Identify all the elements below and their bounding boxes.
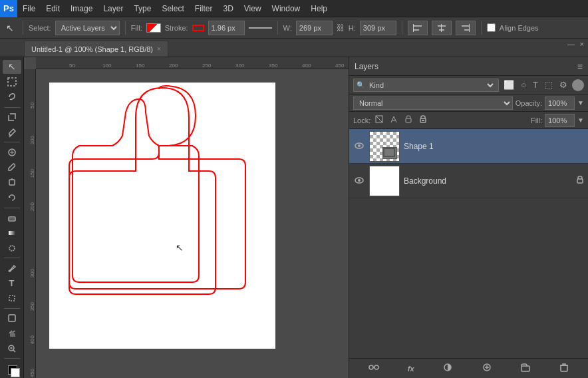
svg-rect-2: [413, 24, 414, 32]
menu-filter[interactable]: Filter: [190, 0, 218, 17]
svg-point-21: [8, 270, 10, 272]
blend-mode-select[interactable]: Normal Multiply Screen: [353, 96, 513, 110]
tool-type[interactable]: T: [3, 276, 21, 290]
layer-visibility-bg[interactable]: [353, 176, 365, 186]
width-input[interactable]: [296, 21, 333, 35]
ruler-vmark-200: 200: [29, 202, 35, 211]
layer-thumb-background: [369, 166, 400, 196]
tool-history-brush[interactable]: [3, 191, 21, 205]
stroke-preview[interactable]: [192, 25, 204, 31]
stroke-style-selector[interactable]: [249, 23, 272, 33]
canvas-area: 50 100 150 200 250 300 350 400 450 50 10…: [24, 57, 349, 378]
fill-input[interactable]: [545, 114, 575, 127]
horizontal-ruler: 50 100 150 200 250 300 350 400 450: [36, 57, 349, 69]
lock-transparent-btn[interactable]: [373, 114, 385, 126]
tool-heal[interactable]: [3, 145, 21, 159]
tool-marquee[interactable]: [3, 75, 21, 89]
filter-pixel-icon[interactable]: ⬜: [502, 80, 516, 90]
layers-mode-row: Normal Multiply Screen Opacity: ▼: [349, 94, 588, 112]
menu-layer[interactable]: Layer: [98, 0, 128, 17]
tool-hand[interactable]: [3, 327, 21, 341]
svg-rect-32: [422, 120, 424, 121]
layer-item-background[interactable]: Background: [349, 164, 588, 198]
opacity-arrow[interactable]: ▼: [577, 99, 584, 106]
new-adjustment-btn[interactable]: [479, 363, 495, 374]
svg-rect-37: [577, 179, 583, 183]
lock-position-btn[interactable]: [402, 114, 414, 126]
tool-select[interactable]: ↖: [3, 60, 21, 74]
h-label: H:: [349, 24, 356, 32]
tool-blur[interactable]: [3, 241, 21, 255]
tool-stamp[interactable]: [3, 176, 21, 190]
filter-input-wrap[interactable]: 🔍 Kind: [353, 79, 499, 92]
menu-view[interactable]: View: [239, 0, 267, 17]
menu-select[interactable]: Select: [156, 0, 189, 17]
menu-window[interactable]: Window: [267, 0, 306, 17]
canvas-content[interactable]: ↖: [36, 69, 349, 378]
panel-close-btn[interactable]: ×: [580, 40, 584, 48]
layers-header: Layers ≡: [349, 57, 588, 76]
tool-path-select[interactable]: [3, 291, 21, 305]
svg-point-34: [358, 144, 361, 147]
link-layers-btn[interactable]: [366, 363, 382, 374]
fill-label-layers: Fill:: [531, 116, 542, 124]
delete-layer-btn[interactable]: [557, 363, 571, 374]
lock-image-btn[interactable]: [388, 114, 400, 126]
layers-menu-icon[interactable]: ≡: [577, 61, 583, 72]
menu-type[interactable]: Type: [128, 0, 156, 17]
new-group-btn[interactable]: [517, 363, 533, 374]
layer-style-btn[interactable]: fx: [405, 365, 417, 373]
align-left-btn[interactable]: [408, 21, 428, 35]
stroke-width-input[interactable]: [208, 21, 245, 35]
tool-shape[interactable]: [3, 311, 21, 325]
layers-filter-row: 🔍 Kind ⬜ ○ T ⬚ ⚙: [349, 76, 588, 94]
layers-panel: — × Layers ≡ 🔍 Kind ⬜ ○ T ⬚ ⚙: [349, 57, 588, 378]
fill-arrow[interactable]: ▼: [577, 116, 584, 124]
tool-zoom[interactable]: [3, 341, 21, 355]
filter-type-icon[interactable]: T: [531, 80, 540, 90]
tab-close-btn[interactable]: ×: [157, 45, 161, 53]
select-dropdown[interactable]: Active Layers: [55, 21, 120, 35]
tab-title: Untitled-1 @ 100% (Shape 1, RGB/8): [31, 45, 153, 53]
menu-file[interactable]: File: [17, 0, 41, 17]
menu-edit[interactable]: Edit: [41, 0, 65, 17]
filter-search-icon: 🔍: [357, 81, 365, 89]
svg-rect-5: [441, 24, 442, 32]
menu-3d[interactable]: 3D: [218, 0, 238, 17]
ruler-vmark-100: 100: [29, 136, 35, 144]
lock-all-btn[interactable]: [417, 114, 429, 126]
tool-pen[interactable]: [3, 261, 21, 275]
height-input[interactable]: [360, 21, 396, 35]
align-right-btn[interactable]: [456, 21, 476, 35]
tool-gradient[interactable]: [3, 226, 21, 240]
filter-kind-select[interactable]: Kind: [367, 81, 496, 90]
layer-visibility-shape1[interactable]: [353, 141, 365, 152]
layer-item-shape1[interactable]: Shape 1: [349, 129, 588, 164]
tool-eyedropper[interactable]: [3, 125, 21, 139]
filter-toggle[interactable]: [572, 79, 584, 91]
menu-help[interactable]: Help: [305, 0, 333, 17]
tool-separator-2: [4, 142, 20, 142]
align-center-btn[interactable]: [432, 21, 452, 35]
link-dimensions[interactable]: ⛓: [337, 23, 345, 33]
svg-point-38: [369, 365, 373, 369]
color-picker[interactable]: [3, 361, 21, 375]
tool-eraser[interactable]: [3, 211, 21, 225]
tool-separator-1: [4, 107, 20, 108]
add-mask-btn[interactable]: [440, 363, 456, 374]
toolbar-divider-3: [277, 21, 278, 35]
tool-lasso[interactable]: [3, 91, 21, 104]
opacity-input[interactable]: [545, 96, 575, 110]
filter-shape-icon[interactable]: ⬚: [543, 80, 555, 90]
main-area: ↖: [0, 57, 588, 378]
document-tab[interactable]: Untitled-1 @ 100% (Shape 1, RGB/8) ×: [24, 41, 168, 57]
svg-rect-46: [561, 365, 567, 371]
panel-collapse-btn[interactable]: —: [567, 40, 575, 48]
filter-adjust-icon[interactable]: ○: [519, 80, 528, 90]
tool-crop[interactable]: [3, 110, 21, 124]
tool-brush[interactable]: [3, 160, 21, 174]
menu-image[interactable]: Image: [65, 0, 98, 17]
align-edges-checkbox[interactable]: [487, 23, 496, 32]
filter-smart-icon[interactable]: ⚙: [557, 80, 569, 90]
fill-preview[interactable]: [146, 23, 161, 33]
